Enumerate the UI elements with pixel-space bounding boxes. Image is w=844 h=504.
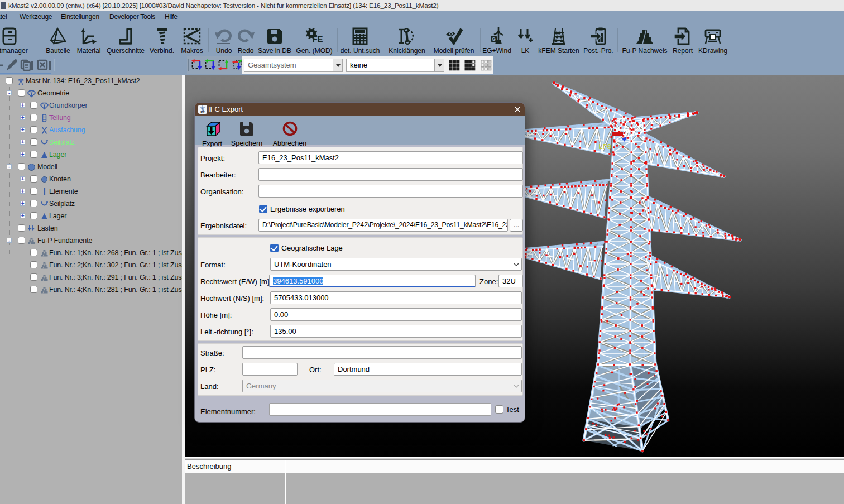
svg-text:G: G	[492, 36, 496, 42]
svg-text:FE: FE	[312, 34, 323, 44]
svg-text:LP0: LP0	[598, 143, 611, 151]
svg-text:K2: K2	[200, 111, 205, 114]
